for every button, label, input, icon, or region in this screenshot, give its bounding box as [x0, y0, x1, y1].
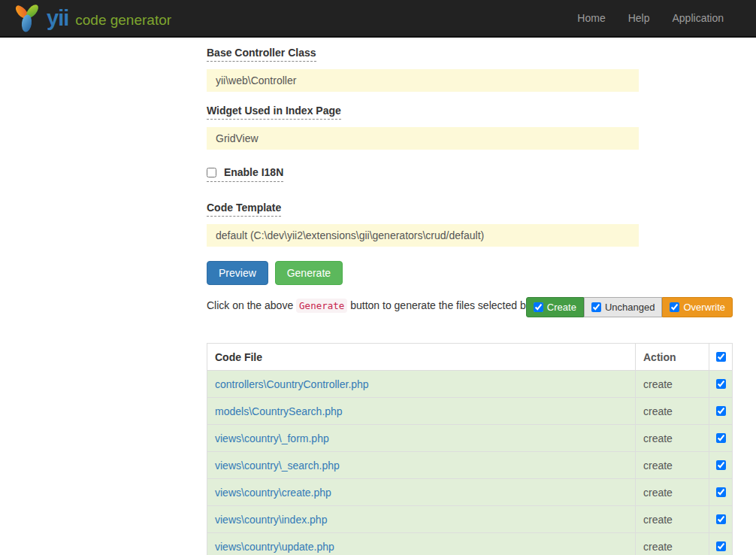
action-cell: create: [636, 398, 709, 425]
table-row: views\country\create.php create: [207, 479, 733, 506]
file-filter-toggles: Create Unchanged Overwrite: [526, 297, 733, 317]
table-header-row: Code File Action: [207, 344, 733, 371]
preview-button[interactable]: Preview: [207, 261, 268, 285]
enable-i18n-text: Enable I18N: [224, 166, 283, 178]
filter-unchanged-toggle[interactable]: Unchanged: [584, 297, 663, 317]
hint-code-token: Generate: [296, 299, 347, 313]
row-checkbox[interactable]: [716, 514, 726, 524]
file-link[interactable]: views\country\index.php: [215, 514, 327, 526]
table-row: models\CountrySearch.php create: [207, 398, 733, 425]
row-checkbox[interactable]: [716, 487, 726, 497]
action-cell: create: [636, 533, 709, 555]
crud-generator-form: Base Controller Class Widget Used in Ind…: [207, 38, 733, 555]
table-row: controllers\CountryController.php create: [207, 371, 733, 398]
row-checkbox[interactable]: [716, 541, 726, 551]
table-row: views\country\_form.php create: [207, 425, 733, 452]
file-link[interactable]: views\country\_form.php: [215, 432, 329, 444]
code-template-label[interactable]: Code Template: [207, 202, 281, 217]
brand-link[interactable]: yii code generator: [12, 2, 171, 34]
row-checkbox[interactable]: [716, 379, 726, 389]
file-link[interactable]: views\country\_search.php: [215, 459, 340, 472]
hint-before: Click on the above: [207, 299, 296, 311]
nav-links: Home Help Application: [566, 0, 735, 37]
hint-after: button to generate the files selected be…: [347, 299, 550, 311]
code-template-select[interactable]: [207, 224, 639, 247]
file-link[interactable]: controllers\CountryController.php: [215, 378, 369, 390]
code-file-header: Code File: [207, 344, 636, 371]
file-link[interactable]: views\country\create.php: [215, 487, 331, 499]
generate-button[interactable]: Generate: [275, 261, 343, 285]
field-enable-i18n: Enable I18N: [207, 166, 733, 182]
code-files-table: Code File Action controllers\CountryCont…: [207, 343, 733, 555]
action-cell: create: [636, 452, 709, 479]
table-row: views\country\update.php create: [207, 533, 733, 555]
filter-overwrite-label: Overwrite: [683, 301, 725, 314]
filter-overwrite-toggle[interactable]: Overwrite: [662, 297, 733, 317]
widget-used-input[interactable]: [207, 127, 639, 150]
filter-unchanged-label: Unchanged: [605, 301, 655, 314]
action-cell: create: [636, 425, 709, 452]
navbar: yii code generator Home Help Application: [0, 0, 756, 38]
enable-i18n-checkbox[interactable]: [207, 168, 216, 177]
nav-item-application[interactable]: Application: [661, 0, 736, 37]
action-cell: create: [636, 371, 709, 398]
action-cell: create: [636, 479, 709, 506]
select-all-checkbox[interactable]: [716, 352, 726, 362]
field-base-controller-class: Base Controller Class: [207, 47, 733, 92]
widget-used-label[interactable]: Widget Used in Index Page: [207, 105, 341, 120]
file-link[interactable]: views\country\update.php: [215, 541, 334, 553]
nav-item-help[interactable]: Help: [617, 0, 661, 37]
base-controller-class-input[interactable]: [207, 69, 639, 92]
row-checkbox[interactable]: [716, 406, 726, 416]
yii-logo-icon: [12, 2, 42, 34]
row-checkbox[interactable]: [716, 433, 726, 443]
filter-create-checkbox[interactable]: [534, 302, 543, 312]
generate-hint: Click on the above Generate button to ge…: [207, 297, 552, 314]
filter-create-label: Create: [547, 301, 576, 314]
hint-row: Click on the above Generate button to ge…: [207, 297, 733, 336]
filter-overwrite-checkbox[interactable]: [670, 302, 679, 312]
filter-create-toggle[interactable]: Create: [526, 297, 584, 317]
action-cell: create: [636, 506, 709, 533]
action-buttons: Preview Generate: [207, 261, 733, 285]
file-link[interactable]: models\CountrySearch.php: [215, 405, 343, 417]
brand-title: yii: [47, 8, 68, 29]
field-code-template: Code Template: [207, 202, 733, 247]
nav-item-home[interactable]: Home: [566, 0, 616, 37]
enable-i18n-label[interactable]: Enable I18N: [207, 166, 283, 182]
table-row: views\country\index.php create: [207, 506, 733, 533]
base-controller-class-label[interactable]: Base Controller Class: [207, 47, 316, 62]
row-checkbox[interactable]: [716, 460, 726, 470]
table-row: views\country\_search.php create: [207, 452, 733, 479]
action-header: Action: [636, 344, 709, 371]
brand-subtitle: code generator: [75, 9, 171, 27]
field-widget-used: Widget Used in Index Page: [207, 105, 733, 150]
filter-unchanged-checkbox[interactable]: [591, 302, 601, 312]
